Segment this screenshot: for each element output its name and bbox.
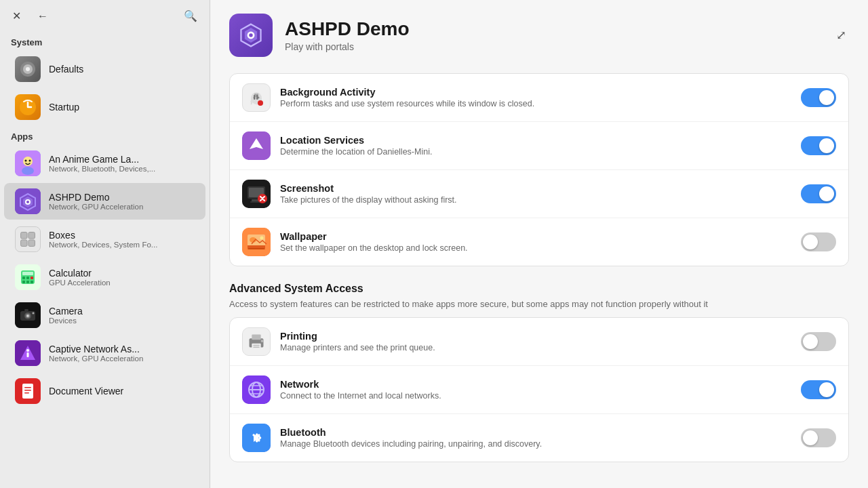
- apps-section-label: Apps: [0, 126, 210, 144]
- location-services-toggle[interactable]: [801, 136, 836, 155]
- search-button[interactable]: 🔍: [181, 7, 200, 25]
- svg-rect-29: [22, 281, 25, 283]
- location-services-desc: Determine the location of Danielles-Mini…: [280, 147, 791, 157]
- background-activity-text: Background Activity Perform tasks and us…: [280, 87, 791, 108]
- document-name: Document Viewer: [49, 386, 123, 396]
- document-text: Document Viewer: [49, 386, 123, 396]
- sidebar-item-defaults[interactable]: Defaults: [4, 51, 205, 87]
- svg-rect-18: [16, 227, 40, 251]
- expand-button[interactable]: ⤢: [833, 25, 849, 45]
- wallpaper-icon: [242, 228, 271, 256]
- anime-icon: [15, 150, 41, 176]
- sidebar-item-camera[interactable]: Camera Devices: [4, 297, 205, 333]
- svg-point-51: [249, 33, 252, 37]
- sidebar-header: ✕ ← 🔍: [0, 0, 210, 32]
- sidebar-item-calculator[interactable]: Calculator GPU Acceleration: [4, 259, 205, 296]
- svg-rect-22: [28, 240, 35, 246]
- permission-row-screenshot: Screenshot Take pictures of the display …: [230, 170, 848, 218]
- startup-icon: [15, 94, 41, 120]
- svg-rect-44: [22, 384, 33, 399]
- svg-rect-41: [27, 352, 29, 357]
- background-activity-icon: [242, 83, 271, 112]
- svg-rect-20: [28, 232, 35, 239]
- network-icon: [242, 375, 271, 404]
- printing-icon: [242, 327, 271, 356]
- svg-rect-46: [24, 390, 31, 391]
- svg-point-17: [26, 201, 29, 203]
- svg-rect-3: [27, 62, 28, 64]
- background-activity-toggle[interactable]: [801, 88, 836, 107]
- location-services-title: Location Services: [280, 135, 791, 146]
- defaults-name: Defaults: [49, 64, 83, 75]
- app-subtitle: Play with portals: [285, 41, 410, 52]
- system-section-label: System: [0, 32, 210, 50]
- svg-rect-79: [252, 344, 260, 349]
- screenshot-text: Screenshot Take pictures of the display …: [280, 183, 791, 205]
- anime-text: An Anime Game La... Network, Bluetooth, …: [49, 154, 155, 173]
- camera-sub: Devices: [49, 317, 83, 325]
- sidebar-item-captive[interactable]: Captive Network As... Network, GPU Accel…: [4, 335, 205, 371]
- boxes-icon: [15, 226, 41, 252]
- network-desc: Connect to the Internet and local networ…: [280, 391, 791, 401]
- printing-desc: Manage printers and see the print queue.: [280, 343, 791, 352]
- permissions-card: Background Activity Perform tasks and us…: [229, 73, 849, 266]
- sidebar-item-document[interactable]: Document Viewer: [4, 373, 205, 409]
- startup-text: Startup: [49, 102, 79, 113]
- calculator-sub: GPU Acceleration: [49, 279, 111, 287]
- wallpaper-title: Wallpaper: [280, 231, 791, 242]
- printing-title: Printing: [280, 331, 791, 342]
- back-button[interactable]: ←: [35, 7, 51, 25]
- advanced-card: Printing Manage printers and see the pri…: [229, 317, 849, 462]
- svg-point-10: [22, 167, 34, 175]
- boxes-text: Boxes Network, Devices, System Fo...: [49, 230, 157, 249]
- defaults-text: Defaults: [49, 64, 83, 75]
- bluetooth-text: Bluetooth Manage Bluetooth devices inclu…: [280, 427, 791, 449]
- defaults-icon: [15, 56, 41, 82]
- captive-text: Captive Network As... Network, GPU Accel…: [49, 344, 143, 363]
- startup-name: Startup: [49, 102, 79, 113]
- boxes-name: Boxes: [49, 230, 157, 241]
- svg-rect-59: [254, 95, 256, 100]
- svg-rect-37: [24, 309, 28, 311]
- svg-rect-28: [31, 277, 33, 279]
- location-services-text: Location Services Determine the location…: [280, 135, 791, 157]
- wallpaper-toggle[interactable]: [801, 232, 836, 251]
- close-button[interactable]: ✕: [9, 7, 24, 25]
- app-icon-large: [229, 14, 273, 57]
- screenshot-toggle[interactable]: [801, 184, 836, 203]
- printing-toggle[interactable]: [801, 332, 836, 351]
- advanced-heading: Advanced System Access: [229, 283, 849, 295]
- app-header: ASHPD Demo Play with portals ⤢: [229, 14, 849, 57]
- network-toggle[interactable]: [801, 380, 836, 399]
- svg-rect-60: [256, 95, 258, 100]
- sidebar-item-ashpd[interactable]: ASHPD Demo Network, GPU Acceleration: [4, 183, 205, 220]
- svg-rect-25: [22, 272, 33, 275]
- main-content: ASHPD Demo Play with portals ⤢: [210, 0, 868, 488]
- sidebar-item-boxes[interactable]: Boxes Network, Devices, System Fo...: [4, 221, 205, 258]
- sidebar-header-left: ✕ ←: [9, 7, 51, 25]
- svg-point-82: [261, 340, 264, 342]
- svg-rect-6: [33, 68, 35, 70]
- svg-rect-30: [26, 281, 29, 283]
- app-title: ASHPD Demo: [285, 18, 410, 40]
- svg-rect-81: [253, 347, 260, 348]
- ashpd-icon: [15, 188, 41, 214]
- svg-rect-45: [24, 387, 31, 388]
- svg-rect-19: [21, 232, 27, 239]
- svg-rect-4: [27, 74, 28, 77]
- anime-sub: Network, Bluetooth, Devices,...: [49, 165, 155, 173]
- sidebar-item-startup[interactable]: Startup: [4, 89, 205, 125]
- boxes-sub: Network, Devices, System Fo...: [49, 241, 157, 249]
- calculator-name: Calculator: [49, 268, 111, 279]
- calculator-text: Calculator GPU Acceleration: [49, 268, 111, 287]
- svg-point-75: [260, 237, 264, 240]
- document-icon: [15, 378, 41, 404]
- ashpd-text: ASHPD Demo Network, GPU Acceleration: [49, 192, 143, 211]
- anime-name: An Anime Game La...: [49, 154, 155, 165]
- svg-rect-47: [24, 392, 29, 394]
- screenshot-title: Screenshot: [280, 183, 791, 194]
- sidebar-item-anime[interactable]: An Anime Game La... Network, Bluetooth, …: [4, 145, 205, 182]
- ashpd-sub: Network, GPU Acceleration: [49, 203, 143, 211]
- permission-row-location: Location Services Determine the location…: [230, 122, 848, 170]
- bluetooth-toggle[interactable]: [801, 428, 836, 447]
